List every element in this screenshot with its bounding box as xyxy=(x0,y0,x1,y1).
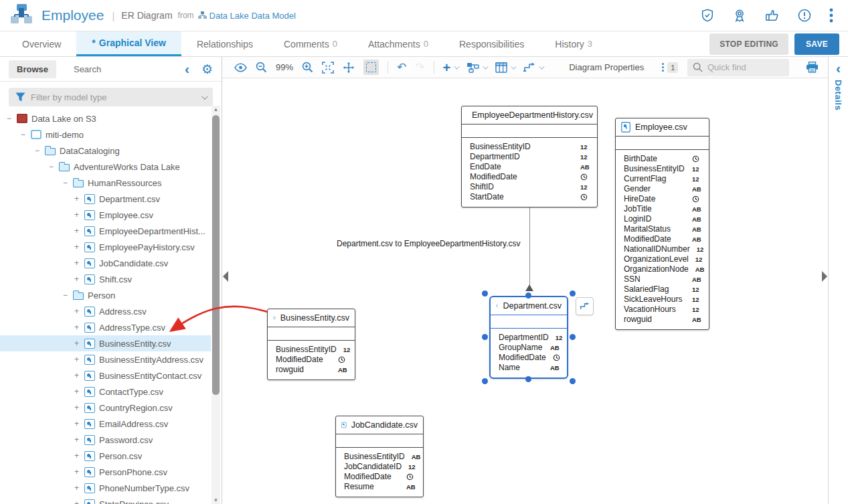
expand-details-icon[interactable]: ‹ xyxy=(836,64,841,73)
scrollbar-thumb[interactable] xyxy=(212,115,220,395)
kebab-menu-icon[interactable] xyxy=(829,8,833,23)
filter-by-model-type-dropdown[interactable]: Filter by model type xyxy=(9,88,213,106)
tree-expander[interactable]: + xyxy=(73,228,80,235)
diagram-properties-button[interactable]: Diagram Properties xyxy=(569,62,644,72)
tree-item[interactable]: + AddressType.csv xyxy=(0,319,211,335)
scroll-up-icon[interactable]: ▲ xyxy=(211,106,220,112)
auto-layout-dropdown[interactable] xyxy=(467,62,487,73)
tree-item[interactable]: + Employee.csv xyxy=(0,207,211,223)
add-object-dropdown[interactable]: + xyxy=(443,62,458,73)
tree-expander[interactable]: − xyxy=(48,163,55,171)
tree-item[interactable]: + StateProvince.csv xyxy=(0,496,211,504)
search-tab[interactable]: Search xyxy=(74,64,101,74)
alert-circle-icon[interactable] xyxy=(797,8,812,23)
tree-expander[interactable]: + xyxy=(73,436,80,444)
pan-tool-icon[interactable] xyxy=(343,62,355,74)
tree-item[interactable]: + Person.csv xyxy=(0,448,211,464)
tree-expander[interactable]: + xyxy=(73,372,80,380)
table-view-dropdown[interactable] xyxy=(495,62,515,73)
save-button[interactable]: SAVE xyxy=(794,33,839,55)
relationship-dropdown[interactable] xyxy=(523,62,543,72)
browse-tab-button[interactable]: Browse xyxy=(9,60,56,78)
tree-expander[interactable]: + xyxy=(73,340,80,347)
tree-expander[interactable]: + xyxy=(73,469,80,476)
tree-expander[interactable]: + xyxy=(73,485,80,492)
selection-handle[interactable] xyxy=(482,378,488,384)
tree-item[interactable]: + BusinessEntityAddress.csv xyxy=(0,351,211,367)
tab[interactable]: Comments 0 xyxy=(268,31,353,56)
entity-department[interactable]: Department.csv DepartmentID 12 GroupName… xyxy=(489,296,568,379)
tree-expander[interactable]: + xyxy=(73,308,80,315)
tree-expander[interactable]: − xyxy=(33,147,41,155)
tree-item[interactable]: − AdventureWorks Data Lake xyxy=(0,159,211,175)
selection-handle[interactable] xyxy=(482,334,488,340)
tree-item[interactable]: + EmailAddress.csv xyxy=(0,416,211,432)
tree-expander[interactable]: + xyxy=(73,212,80,219)
stop-editing-button[interactable]: STOP EDITING xyxy=(709,33,788,55)
selection-handle[interactable] xyxy=(570,334,576,340)
relationship-line[interactable] xyxy=(529,207,530,285)
tab[interactable]: Overview xyxy=(7,31,76,56)
selection-handle[interactable] xyxy=(525,292,531,299)
tree-scrollbar[interactable]: ▲ ▼ xyxy=(211,106,220,504)
tree-item[interactable]: + Department.csv xyxy=(0,191,211,207)
entity-business-entity[interactable]: BusinessEntity.csv BusinessEntityID 12 M… xyxy=(267,309,355,380)
details-tab[interactable]: Details xyxy=(833,80,843,110)
tree-item[interactable]: + PhoneNumberType.csv xyxy=(0,480,211,496)
marquee-select-icon[interactable] xyxy=(363,60,379,75)
tree-item[interactable]: − miti-demo xyxy=(0,127,211,143)
tree-expander[interactable]: − xyxy=(62,179,69,187)
tree-expander[interactable]: − xyxy=(62,292,69,299)
tree-item[interactable]: + EmployeeDepartmentHist... xyxy=(0,223,211,239)
tree-expander[interactable]: + xyxy=(73,356,80,363)
print-icon[interactable] xyxy=(806,62,819,73)
tree-expander[interactable]: − xyxy=(5,115,13,122)
create-relationship-button[interactable] xyxy=(576,297,594,315)
tree-item[interactable]: − DataCataloging xyxy=(0,143,211,159)
tree-expander[interactable]: + xyxy=(73,404,80,412)
diagram-options-menu[interactable]: 1 xyxy=(662,62,678,73)
canvas-scroll-left-icon[interactable] xyxy=(223,271,228,282)
zoom-in-icon[interactable] xyxy=(302,62,313,73)
award-ribbon-icon[interactable] xyxy=(732,8,747,23)
tree-expander[interactable]: + xyxy=(73,244,80,251)
tab[interactable]: Relationships xyxy=(181,31,268,56)
tree-expander[interactable]: + xyxy=(73,501,80,504)
scroll-down-icon[interactable]: ▼ xyxy=(211,497,220,503)
tree-item[interactable]: − Data Lake on S3 xyxy=(0,110,211,127)
tab[interactable]: Responsibilities xyxy=(444,31,539,56)
tree-item[interactable]: + Shift.csv xyxy=(0,271,211,287)
tree-expander[interactable]: + xyxy=(73,388,80,396)
tree-expander[interactable]: + xyxy=(73,452,80,460)
selection-handle[interactable] xyxy=(482,290,488,297)
collapse-panel-icon[interactable]: ‹ xyxy=(185,64,189,74)
tab[interactable]: History 3 xyxy=(539,31,608,56)
diagram-canvas[interactable]: Department.csv to EmployeeDepartmentHist… xyxy=(222,78,828,504)
tree-item[interactable]: + JobCandidate.csv xyxy=(0,255,211,271)
selection-handle[interactable] xyxy=(525,376,531,382)
zoom-out-icon[interactable] xyxy=(256,62,267,73)
thumbs-up-icon[interactable] xyxy=(764,8,780,23)
quick-find[interactable] xyxy=(687,59,789,76)
selection-handle[interactable] xyxy=(570,378,576,384)
tree-expander[interactable]: − xyxy=(19,131,27,139)
tree-item[interactable]: + EmployeePayHistory.csv xyxy=(0,239,211,255)
tree-expander[interactable]: + xyxy=(73,420,80,428)
entity-job-candidate[interactable]: JobCandidate.csv BusinessEntityID AB Job… xyxy=(335,416,424,497)
tree-expander[interactable]: + xyxy=(73,276,80,283)
tree-item[interactable]: − Person xyxy=(0,287,211,303)
model-link[interactable]: Data Lake Data Model xyxy=(198,11,296,21)
tree-expander[interactable]: + xyxy=(73,324,80,331)
tree-item[interactable]: + ContactType.csv xyxy=(0,384,211,400)
tree-expander[interactable]: + xyxy=(73,260,80,267)
tree-item[interactable]: + CountryRegion.csv xyxy=(0,400,211,416)
entity-employee[interactable]: Employee.csv BirthDate clock BusinessEnt… xyxy=(615,118,709,330)
tab[interactable]: * Graphical View xyxy=(76,31,181,56)
gear-icon[interactable]: ⚙ xyxy=(201,63,213,76)
shield-check-icon[interactable] xyxy=(700,8,715,23)
selection-handle[interactable] xyxy=(570,290,576,297)
tree-item[interactable]: + PersonPhone.csv xyxy=(0,464,211,480)
canvas-scroll-right-icon[interactable] xyxy=(822,271,827,282)
entity-employee-department-history[interactable]: EmployeeDepartmentHistory.csv BusinessEn… xyxy=(461,106,598,207)
tree-item[interactable]: + Password.csv xyxy=(0,432,211,448)
